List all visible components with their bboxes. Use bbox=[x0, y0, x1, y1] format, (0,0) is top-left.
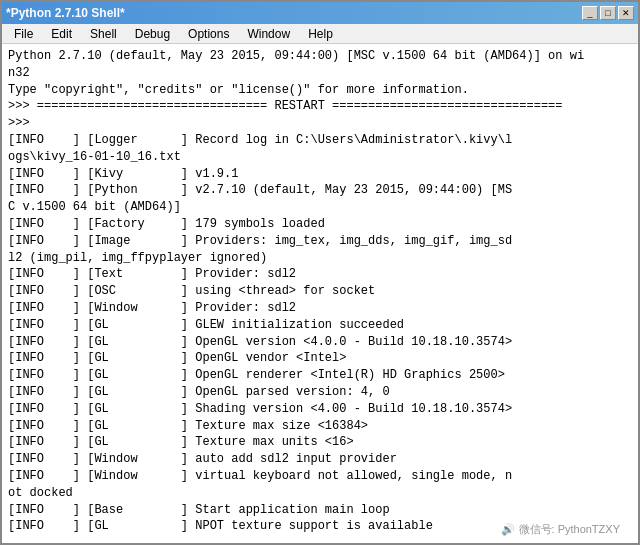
console-line: [INFO ] [GL ] Texture max size <16384> bbox=[8, 418, 632, 435]
menu-edit[interactable]: Edit bbox=[43, 25, 80, 43]
menu-shell[interactable]: Shell bbox=[82, 25, 125, 43]
menu-help[interactable]: Help bbox=[300, 25, 341, 43]
console-line: [INFO ] [Base ] Start application main l… bbox=[8, 502, 632, 519]
console-line: ogs\kivy_16-01-10_16.txt bbox=[8, 149, 632, 166]
menu-bar: File Edit Shell Debug Options Window Hel… bbox=[2, 24, 638, 44]
console-line: [INFO ] [GL ] OpenGL vendor <Intel> bbox=[8, 350, 632, 367]
console-line: [INFO ] [Window ] auto add sdl2 input pr… bbox=[8, 451, 632, 468]
console-line: [INFO ] [Window ] Provider: sdl2 bbox=[8, 300, 632, 317]
title-bar: *Python 2.7.10 Shell* _ □ ✕ bbox=[2, 2, 638, 24]
menu-debug[interactable]: Debug bbox=[127, 25, 178, 43]
console-line: [INFO ] [Text ] Provider: sdl2 bbox=[8, 266, 632, 283]
console-line: [INFO ] [GL ] OpenGL parsed version: 4, … bbox=[8, 384, 632, 401]
menu-options[interactable]: Options bbox=[180, 25, 237, 43]
console-line: Python 2.7.10 (default, May 23 2015, 09:… bbox=[8, 48, 632, 65]
close-button[interactable]: ✕ bbox=[618, 6, 634, 20]
console-line: [INFO ] [GL ] GLEW initialization succee… bbox=[8, 317, 632, 334]
console-line: C v.1500 64 bit (AMD64)] bbox=[8, 199, 632, 216]
console-line: [INFO ] [Image ] Providers: img_tex, img… bbox=[8, 233, 632, 250]
watermark: 🔊 微信号: PythonTZXY bbox=[501, 522, 620, 537]
main-window: *Python 2.7.10 Shell* _ □ ✕ File Edit Sh… bbox=[0, 0, 640, 545]
menu-window[interactable]: Window bbox=[239, 25, 298, 43]
maximize-button[interactable]: □ bbox=[600, 6, 616, 20]
console-line: [INFO ] [Python ] v2.7.10 (default, May … bbox=[8, 182, 632, 199]
console-line: l2 (img_pil, img_ffpyplayer ignored) bbox=[8, 250, 632, 267]
watermark-icon: 🔊 bbox=[501, 523, 515, 535]
console-line: [INFO ] [Logger ] Record log in C:\Users… bbox=[8, 132, 632, 149]
console-line: ot docked bbox=[8, 485, 632, 502]
minimize-button[interactable]: _ bbox=[582, 6, 598, 20]
console-line: [INFO ] [Kivy ] v1.9.1 bbox=[8, 166, 632, 183]
console-line: >>> bbox=[8, 115, 632, 132]
console-line: [INFO ] [Window ] virtual keyboard not a… bbox=[8, 468, 632, 485]
console-line: [INFO ] [GL ] Texture max units <16> bbox=[8, 434, 632, 451]
console-output[interactable]: Python 2.7.10 (default, May 23 2015, 09:… bbox=[2, 44, 638, 543]
console-line: [INFO ] [GL ] OpenGL renderer <Intel(R) … bbox=[8, 367, 632, 384]
window-title: *Python 2.7.10 Shell* bbox=[6, 6, 125, 20]
console-line: [INFO ] [Factory ] 179 symbols loaded bbox=[8, 216, 632, 233]
menu-file[interactable]: File bbox=[6, 25, 41, 43]
watermark-text: 微信号: PythonTZXY bbox=[519, 523, 620, 535]
console-line: [INFO ] [OSC ] using <thread> for socket bbox=[8, 283, 632, 300]
console-line: [INFO ] [GL ] OpenGL version <4.0.0 - Bu… bbox=[8, 334, 632, 351]
console-line: Type "copyright", "credits" or "license(… bbox=[8, 82, 632, 99]
console-line: n32 bbox=[8, 65, 632, 82]
console-line: >>> ================================ RES… bbox=[8, 98, 632, 115]
console-line: [INFO ] [GL ] Shading version <4.00 - Bu… bbox=[8, 401, 632, 418]
window-controls: _ □ ✕ bbox=[582, 6, 634, 20]
